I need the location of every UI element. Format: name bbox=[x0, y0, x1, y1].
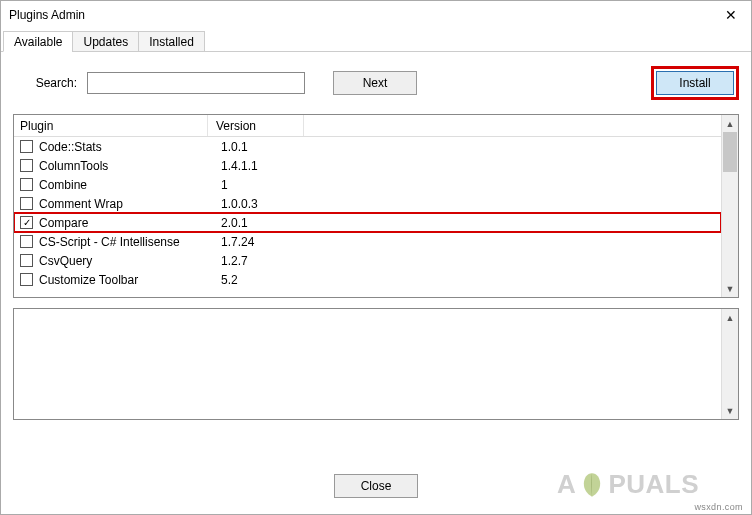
plugin-name: Combine bbox=[39, 178, 213, 192]
plugin-checkbox[interactable] bbox=[20, 273, 33, 286]
next-button[interactable]: Next bbox=[333, 71, 417, 95]
scroll-up-icon[interactable]: ▲ bbox=[722, 309, 738, 326]
table-row[interactable]: Combine1 bbox=[14, 175, 721, 194]
plugin-list[interactable]: Plugin Version Code::Stats1.0.1ColumnToo… bbox=[14, 115, 721, 297]
plugin-list-scrollbar[interactable]: ▲ ▼ bbox=[721, 115, 738, 297]
plugin-version: 1.2.7 bbox=[213, 254, 248, 268]
tab-strip: Available Updates Installed bbox=[1, 28, 751, 52]
tab-updates[interactable]: Updates bbox=[72, 31, 139, 52]
plugins-admin-window: Plugins Admin ✕ Available Updates Instal… bbox=[0, 0, 752, 515]
titlebar: Plugins Admin ✕ bbox=[1, 1, 751, 29]
plugin-name: Comment Wrap bbox=[39, 197, 213, 211]
tab-body: Search: Next Install Plugin Version Code… bbox=[1, 52, 751, 458]
plugin-checkbox[interactable] bbox=[20, 235, 33, 248]
tab-available[interactable]: Available bbox=[3, 31, 73, 52]
close-button-label: Close bbox=[361, 479, 392, 493]
plugin-checkbox[interactable] bbox=[20, 178, 33, 191]
close-button[interactable]: Close bbox=[334, 474, 418, 498]
scroll-down-icon[interactable]: ▼ bbox=[722, 402, 738, 419]
close-icon: ✕ bbox=[725, 7, 737, 23]
watermark-text: wsxdn.com bbox=[694, 502, 743, 512]
plugin-version: 1.0.0.3 bbox=[213, 197, 258, 211]
brand-text-puals: PUALS bbox=[608, 469, 699, 500]
tab-installed[interactable]: Installed bbox=[138, 31, 205, 52]
table-row[interactable]: ColumnTools1.4.1.1 bbox=[14, 156, 721, 175]
plugin-name: Code::Stats bbox=[39, 140, 213, 154]
plugin-name: CsvQuery bbox=[39, 254, 213, 268]
description-panel: ▲ ▼ bbox=[13, 308, 739, 420]
plugin-checkbox[interactable]: ✓ bbox=[20, 216, 33, 229]
window-title: Plugins Admin bbox=[9, 8, 85, 22]
column-header-plugin[interactable]: Plugin bbox=[14, 115, 208, 136]
plugin-name: Customize Toolbar bbox=[39, 273, 213, 287]
install-button[interactable]: Install bbox=[656, 71, 734, 95]
tab-label: Updates bbox=[83, 35, 128, 49]
table-row[interactable]: Customize Toolbar5.2 bbox=[14, 270, 721, 289]
install-button-highlight: Install bbox=[651, 66, 739, 100]
table-row[interactable]: ✓Compare2.0.1 bbox=[14, 213, 721, 232]
search-input[interactable] bbox=[87, 72, 305, 94]
table-row[interactable]: CS-Script - C# Intellisense1.7.24 bbox=[14, 232, 721, 251]
plugin-version: 1.7.24 bbox=[213, 235, 254, 249]
leaf-icon bbox=[578, 471, 606, 499]
tab-label: Installed bbox=[149, 35, 194, 49]
window-close-button[interactable]: ✕ bbox=[711, 1, 751, 29]
plugin-checkbox[interactable] bbox=[20, 254, 33, 267]
plugin-name: CS-Script - C# Intellisense bbox=[39, 235, 213, 249]
plugin-checkbox[interactable] bbox=[20, 197, 33, 210]
scroll-thumb[interactable] bbox=[723, 132, 737, 172]
plugin-version: 1 bbox=[213, 178, 228, 192]
scroll-track[interactable] bbox=[722, 132, 738, 280]
plugin-name: Compare bbox=[39, 216, 213, 230]
brand-text-a: A bbox=[557, 469, 576, 500]
description-scrollbar[interactable]: ▲ ▼ bbox=[721, 309, 738, 419]
scroll-track[interactable] bbox=[722, 326, 738, 402]
bottom-bar: Close A PUALS wsxdn.com bbox=[1, 458, 751, 514]
description-text bbox=[14, 309, 721, 419]
plugin-list-panel: Plugin Version Code::Stats1.0.1ColumnToo… bbox=[13, 114, 739, 298]
plugin-checkbox[interactable] bbox=[20, 159, 33, 172]
scroll-down-icon[interactable]: ▼ bbox=[722, 280, 738, 297]
install-button-label: Install bbox=[679, 76, 710, 90]
column-header-spacer bbox=[304, 115, 721, 136]
plugin-version: 2.0.1 bbox=[213, 216, 248, 230]
plugin-version: 1.4.1.1 bbox=[213, 159, 258, 173]
table-row[interactable]: Comment Wrap1.0.0.3 bbox=[14, 194, 721, 213]
plugin-name: ColumnTools bbox=[39, 159, 213, 173]
table-row[interactable]: Code::Stats1.0.1 bbox=[14, 137, 721, 156]
plugin-checkbox[interactable] bbox=[20, 140, 33, 153]
search-row: Search: Next Install bbox=[13, 66, 739, 100]
next-button-label: Next bbox=[363, 76, 388, 90]
tab-label: Available bbox=[14, 35, 62, 49]
brand-watermark: A PUALS bbox=[557, 469, 699, 500]
plugin-version: 1.0.1 bbox=[213, 140, 248, 154]
scroll-up-icon[interactable]: ▲ bbox=[722, 115, 738, 132]
plugin-list-header: Plugin Version bbox=[14, 115, 721, 137]
column-header-version[interactable]: Version bbox=[208, 115, 304, 136]
plugin-version: 5.2 bbox=[213, 273, 238, 287]
search-label: Search: bbox=[13, 76, 81, 90]
table-row[interactable]: CsvQuery1.2.7 bbox=[14, 251, 721, 270]
